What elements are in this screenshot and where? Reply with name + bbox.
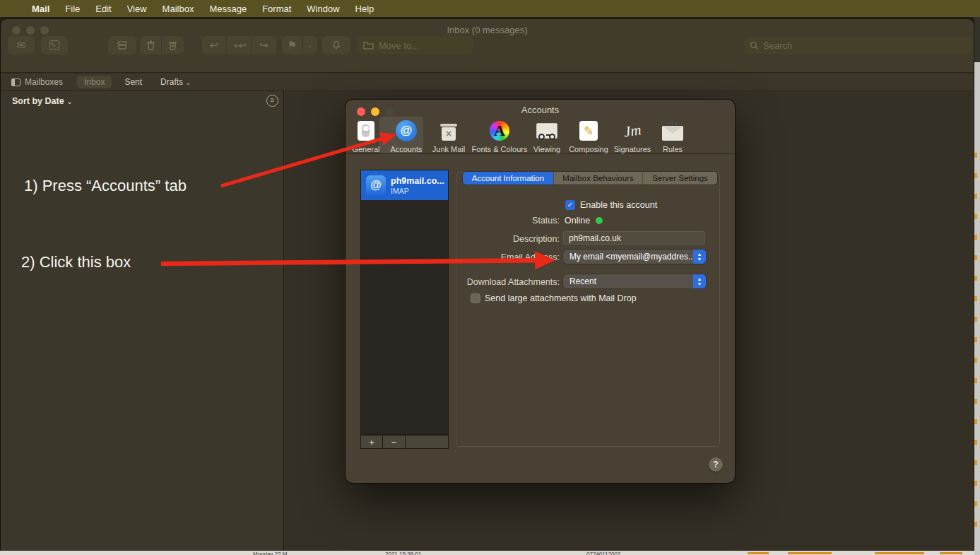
delete-button[interactable] [140,36,162,54]
preferences-window: Accounts General @ Accounts × Junk Mail … [346,100,735,483]
annotation-step2: 2) Click this box [21,253,131,271]
search-field[interactable]: Search [744,37,972,54]
move-to-field[interactable]: Move to... [358,36,473,54]
reply-button[interactable]: ↩ [202,36,227,54]
general-switch-icon [358,121,374,141]
archive-button[interactable] [108,36,136,54]
sort-by-menu[interactable]: Sort by Date ⌄ [12,96,73,106]
background-text-fragment: 07740117002 [586,551,620,555]
status-label: Status: [489,216,560,226]
popup-stepper-icon: ▲▼ [693,250,706,264]
background-text-fragment: Monday 22 M [253,551,287,555]
account-row-selected[interactable]: @ ph9mail.co... IMAP [361,170,448,200]
mailboxes-toggle[interactable]: Mailboxes [11,77,63,87]
tab-signatures[interactable]: Jm Signatures [608,119,656,153]
description-field[interactable]: ph9mail.co.uk [563,231,705,245]
menu-item-view[interactable]: View [127,4,147,14]
accounts-list-buttons: + − [360,435,449,449]
envelope-icon: ✉ [17,39,26,52]
tab-fonts-colours[interactable]: A Fonts & Colours [467,119,532,153]
account-protocol: IMAP [391,187,444,195]
menu-item-file[interactable]: File [65,4,80,14]
sidebar-icon [11,78,20,86]
account-name: ph9mail.co... [391,176,444,186]
email-address-label: Email Address: [454,252,560,262]
accounts-list: @ ph9mail.co... IMAP [360,170,449,435]
favorite-inbox[interactable]: Inbox [77,76,112,88]
move-to-placeholder: Move to... [379,40,419,51]
account-tabs: Account Information Mailbox Behaviours S… [463,172,717,185]
menu-item-edit[interactable]: Edit [95,4,111,14]
menu-item-mailbox[interactable]: Mailbox [163,4,194,14]
download-attachments-popup[interactable]: Recent ▲▼ [563,274,706,288]
drafts-label: Drafts [160,77,183,87]
popup-stepper-icon: ▲▼ [693,274,706,288]
signature-icon: Jm [622,121,642,141]
mute-button[interactable] [322,36,350,54]
envelope-arrows-icon: ↑↑↑ [662,126,683,141]
add-account-button[interactable]: + [361,436,383,448]
menu-item-window[interactable]: Window [307,4,339,14]
chevron-down-icon: ⌄ [307,42,313,49]
maildrop-label: Send large attachments with Mail Drop [485,293,637,303]
forward-icon: ↪ [259,39,268,52]
flag-button[interactable]: ⚑ [282,36,303,54]
account-at-icon: @ [366,175,386,195]
tab-junk-mail-label: Junk Mail [432,145,465,153]
tab-junk-mail[interactable]: × Junk Mail [427,119,471,153]
window-shadow [974,17,980,62]
chevron-down-icon: ⌄ [66,98,72,105]
desktop-edge-sliver [974,17,980,555]
background-text-fragment: 2021 15:38:01 [385,551,421,555]
tab-account-information[interactable]: Account Information [463,172,553,185]
tab-server-settings[interactable]: Server Settings [642,172,717,185]
bell-icon [331,40,341,50]
window-title: Inbox (0 messages) [1,25,974,35]
download-attachments-label: Download Attachments: [432,277,560,287]
help-button[interactable]: ? [709,457,723,472]
tab-viewing[interactable]: Viewing [525,119,569,153]
junk-button[interactable] [162,36,184,54]
background-document-marks [974,137,977,533]
message-list-pane: Sort by Date ⌄ ≡ [1,91,284,555]
mailboxes-label: Mailboxes [25,77,63,87]
search-icon [750,41,759,50]
enable-account-checkbox[interactable]: ✓ [565,200,575,210]
favorite-drafts[interactable]: Drafts ⌄ [160,77,191,87]
desktop: Mail File Edit View Mailbox Message Form… [0,0,980,555]
compose-button[interactable]: ✎ [41,36,68,54]
get-mail-button[interactable]: ✉ [8,36,35,54]
background-highlight-mark [748,552,769,554]
menu-item-mail[interactable]: Mail [32,4,49,14]
reply-all-button[interactable]: ↩↩ [227,36,252,54]
annotation-step1: 1) Press “Accounts” tab [24,177,187,195]
tab-rules-label: Rules [663,145,683,153]
checkmark-icon: ✓ [567,201,573,209]
tab-viewing-label: Viewing [533,145,560,153]
reply-group: ↩ ↩↩ ↪ [202,36,276,54]
forward-button[interactable]: ↪ [252,36,276,54]
status-value: Online [565,216,590,226]
list-buttons-spacer [406,436,448,448]
bottom-edge-sliver: Monday 22 M 2021 15:38:01 07740117002 [0,551,974,555]
tab-mailbox-behaviours[interactable]: Mailbox Behaviours [553,172,642,185]
favorite-sent[interactable]: Sent [124,77,142,87]
tab-rules[interactable]: ↑↑↑ Rules [651,119,695,153]
background-highlight-mark [875,552,924,554]
account-content-panel [456,172,720,447]
tab-accounts[interactable]: @ Accounts [384,119,428,153]
folder-icon [363,41,374,49]
tab-accounts-label: Accounts [390,145,422,153]
flag-menu-button[interactable]: ⌄ [303,36,317,54]
maildrop-checkbox[interactable] [471,293,480,303]
menu-item-help[interactable]: Help [355,4,374,14]
flag-icon: ⚑ [288,39,297,52]
filter-icon[interactable]: ≡ [266,95,278,107]
at-circle-icon: @ [396,120,417,141]
tab-composing[interactable]: ✎ Composing [567,119,610,153]
remove-account-button[interactable]: − [383,436,406,448]
menu-item-message[interactable]: Message [209,4,247,14]
email-address-popup[interactable]: My email <myemail@myaddres... ▲▼ [563,250,706,264]
pencil-card-icon: ✎ [579,121,598,141]
menu-item-format[interactable]: Format [262,4,291,14]
